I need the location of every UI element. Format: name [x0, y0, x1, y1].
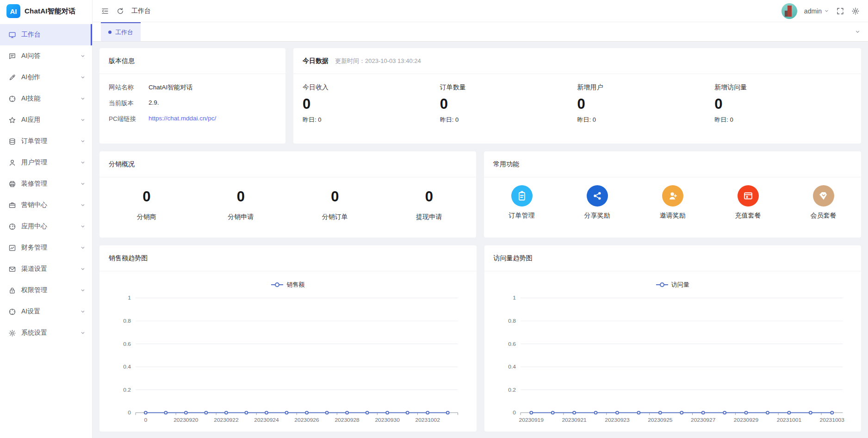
chevron-down-icon	[80, 53, 86, 59]
sidebar-item-label: 营销中心	[21, 201, 75, 209]
stat-value: 0	[440, 96, 577, 113]
sidebar-item-label: 装修管理	[21, 180, 75, 188]
stat-value: 0	[194, 188, 288, 205]
pencil-icon	[8, 74, 16, 81]
legend-line-marker	[271, 284, 283, 285]
stat-label: 分销商	[99, 213, 194, 221]
sidebar-item-orders[interactable]: 订单管理	[0, 131, 92, 152]
credit-card-icon	[738, 185, 759, 206]
tab-workbench[interactable]: 工作台	[101, 22, 141, 41]
svg-text:20231003: 20231003	[819, 417, 844, 423]
page-content: 版本信息 网站名称 ChatAI智能对话 当前版本 2.9. PC端链接 htt	[93, 42, 868, 438]
quick-item-label: 充值套餐	[735, 212, 761, 220]
card-title: 访问量趋势图	[484, 245, 862, 271]
sidebar-item-ai-skill[interactable]: AI技能	[0, 88, 92, 109]
chevron-down-icon	[80, 117, 86, 123]
svg-text:20230921: 20230921	[562, 417, 586, 423]
stat-label: 新增访问量	[714, 83, 852, 92]
sidebar-item-app-center[interactable]: 应用中心	[0, 216, 92, 237]
printer-icon	[8, 180, 16, 188]
app-root: AI ChatAI智能对话 工作台 AI问答 AI创作 AI技能	[0, 0, 868, 438]
quick-item-label: 邀请奖励	[660, 212, 686, 220]
sidebar-item-ai-app[interactable]: AI应用	[0, 109, 92, 131]
person-plus-icon	[662, 185, 683, 206]
chevron-down-icon	[80, 202, 86, 208]
gear-icon	[8, 329, 16, 337]
svg-text:1: 1	[513, 295, 516, 301]
svg-text:0.8: 0.8	[123, 318, 131, 324]
chat-icon	[8, 52, 16, 60]
quick-functions-card: 常用功能 订单管理 分享奖励	[484, 151, 861, 238]
sidebar-item-marketing[interactable]: 营销中心	[0, 194, 92, 216]
quick-item-label: 分享奖励	[584, 212, 610, 220]
today-data-card: 今日数据 更新时间：2023-10-03 13:40:24 今日收入 0 昨日:…	[293, 48, 861, 144]
svg-text:20230922: 20230922	[214, 417, 238, 423]
tab-overflow-button[interactable]	[855, 22, 861, 41]
legend-label: 销售额	[286, 281, 304, 289]
svg-text:20230928: 20230928	[335, 417, 360, 423]
active-tab-dot	[108, 31, 112, 34]
briefcase-icon	[8, 201, 16, 209]
svg-text:1: 1	[128, 295, 131, 301]
share-icon	[587, 185, 608, 206]
svg-text:20230920: 20230920	[174, 417, 198, 423]
sidebar-item-workbench[interactable]: 工作台	[0, 24, 92, 45]
stat-new-users: 新增用户 0 昨日: 0	[577, 83, 715, 124]
clipboard-icon	[511, 185, 533, 206]
sidebar-item-label: AI应用	[21, 116, 75, 124]
legend-sales[interactable]: 销售额	[106, 273, 470, 292]
quick-item-invite-reward[interactable]: 邀请奖励	[635, 185, 710, 220]
tab-label: 工作台	[115, 28, 133, 37]
star-icon	[8, 116, 16, 124]
gear-icon[interactable]	[851, 7, 860, 15]
quick-item-recharge-plans[interactable]: 充值套餐	[710, 185, 786, 220]
svg-text:20230925: 20230925	[648, 417, 673, 423]
mail-icon	[8, 265, 16, 273]
sidebar-item-ai-settings[interactable]: AI设置	[0, 301, 92, 322]
fullscreen-icon[interactable]	[836, 7, 844, 15]
chevron-down-icon	[80, 245, 86, 250]
sidebar-item-finance[interactable]: 财务管理	[0, 237, 92, 258]
quick-item-member-plans[interactable]: 会员套餐	[786, 185, 861, 220]
chevron-down-icon	[80, 224, 86, 229]
quick-item-orders[interactable]: 订单管理	[484, 185, 559, 220]
sales-chart-body: 销售额 00.20.40.60.810202309202023092220230…	[99, 271, 477, 432]
sidebar-item-permissions[interactable]: 权限管理	[0, 280, 92, 301]
sidebar-menu: 工作台 AI问答 AI创作 AI技能 AI应用	[0, 22, 92, 438]
svg-text:20231001: 20231001	[776, 417, 801, 423]
legend-line-marker	[656, 284, 668, 285]
avatar[interactable]	[781, 3, 797, 19]
sidebar-item-users[interactable]: 用户管理	[0, 152, 92, 173]
refresh-icon[interactable]	[116, 7, 124, 15]
chevron-down-icon	[80, 330, 86, 336]
sidebar-item-label: 权限管理	[21, 286, 75, 294]
sidebar-item-decorate[interactable]: 装修管理	[0, 173, 92, 194]
svg-text:0.4: 0.4	[508, 363, 516, 370]
sidebar-item-ai-create[interactable]: AI创作	[0, 67, 92, 88]
card-title: 常用功能	[484, 151, 861, 177]
stat-label: 分销申请	[194, 213, 288, 221]
pc-link[interactable]: https://chat.mddai.cn/pc/	[149, 115, 216, 123]
sidebar-item-ai-qa[interactable]: AI问答	[0, 45, 92, 67]
sidebar-item-channel[interactable]: 渠道设置	[0, 258, 92, 280]
stat-value: 0	[577, 96, 715, 113]
app-logo-icon: AI	[6, 4, 20, 18]
sidebar-item-label: AI技能	[21, 94, 75, 103]
gem-icon	[813, 185, 834, 206]
stat-label: 订单数量	[440, 83, 577, 92]
version-info-card: 版本信息 网站名称 ChatAI智能对话 当前版本 2.9. PC端链接 htt	[99, 48, 285, 144]
svg-text:0.6: 0.6	[508, 341, 516, 347]
svg-text:0: 0	[144, 417, 147, 423]
collapse-sidebar-icon[interactable]	[101, 7, 109, 15]
svg-text:0.2: 0.2	[123, 387, 131, 393]
quick-item-share-reward[interactable]: 分享奖励	[559, 185, 635, 220]
version-row: 网站名称 ChatAI智能对话	[109, 83, 276, 92]
lock-icon	[8, 287, 16, 294]
legend-visits[interactable]: 访问量	[491, 273, 855, 292]
user-menu[interactable]: admin	[804, 7, 829, 15]
sidebar-item-system-settings[interactable]: 系统设置	[0, 322, 92, 344]
stat-dist-orders: 0 分销订单	[288, 188, 382, 221]
stat-sub: 昨日: 0	[577, 116, 715, 124]
site-name-value: ChatAI智能对话	[149, 83, 192, 92]
svg-text:20230919: 20230919	[519, 417, 543, 423]
